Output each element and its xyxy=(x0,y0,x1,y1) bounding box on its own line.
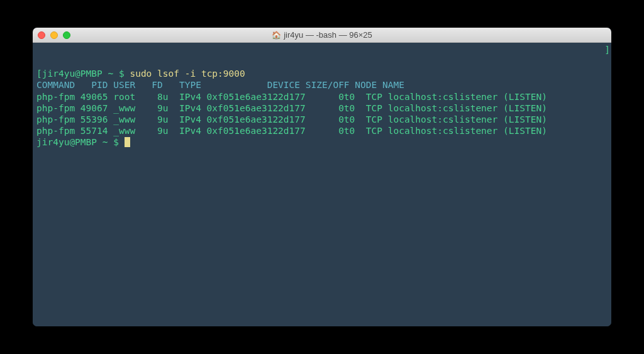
window-title: 🏠 jir4yu — -bash — 96×25 xyxy=(272,30,372,40)
terminal-window: 🏠 jir4yu — -bash — 96×25 ][jir4yu@PMBP ~… xyxy=(33,28,611,326)
close-button[interactable] xyxy=(38,31,45,39)
home-icon: 🏠 xyxy=(272,31,281,40)
output-row: php-fpm 55714 _www 9u IPv4 0xf051e6ae312… xyxy=(36,125,608,136)
command-text: sudo lsof -i tcp:9000 xyxy=(130,69,245,79)
window-title-text: jir4yu — -bash — 96×25 xyxy=(284,30,372,40)
scroll-indicator: ] xyxy=(604,44,610,55)
prompt-line-2: jir4yu@PMBP ~ $ xyxy=(36,136,608,148)
minimize-button[interactable] xyxy=(50,31,58,39)
prompt-userhost: jir4yu@PMBP ~ $ xyxy=(36,137,125,147)
output-header: COMMAND PID USER FD TYPE DEVICE SIZE/OFF… xyxy=(36,79,608,91)
output-row: php-fpm 49067 _www 9u IPv4 0xf051e6ae312… xyxy=(36,102,608,114)
maximize-button[interactable] xyxy=(63,31,70,39)
prompt-open-bracket: [ xyxy=(36,69,42,79)
titlebar[interactable]: 🏠 jir4yu — -bash — 96×25 xyxy=(33,28,611,43)
prompt-userhost: jir4yu@PMBP ~ $ xyxy=(42,69,130,79)
cursor xyxy=(125,137,130,147)
output-row: php-fpm 55396 _www 9u IPv4 0xf051e6ae312… xyxy=(36,114,608,125)
prompt-line-1: [jir4yu@PMBP ~ $ sudo lsof -i tcp:9000 xyxy=(36,68,608,79)
output-row: php-fpm 49065 root 8u IPv4 0xf051e6ae312… xyxy=(36,91,608,102)
traffic-lights xyxy=(38,31,70,39)
terminal-body[interactable]: ][jir4yu@PMBP ~ $ sudo lsof -i tcp:9000C… xyxy=(33,43,611,326)
